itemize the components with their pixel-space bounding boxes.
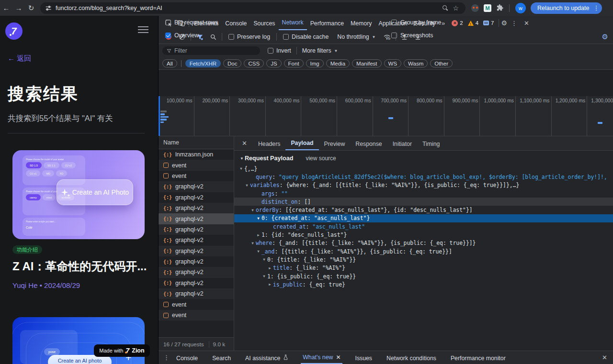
detail-tab-timing[interactable]: Timing	[417, 136, 445, 150]
big-request-rows-checkbox[interactable]: Big request rows	[165, 19, 218, 26]
back-link[interactable]: ← 返回	[8, 54, 31, 63]
payload-tree-line[interactable]: ▶1: {id: "desc_nulls_last"}	[234, 231, 613, 239]
filter-input[interactable]: Filter	[162, 46, 260, 55]
extensions-puzzle-icon[interactable]	[496, 4, 503, 11]
pose-chip[interactable]: pose	[44, 348, 60, 355]
site-settings-icon[interactable]	[45, 5, 52, 11]
payload-tree-line[interactable]: ▼{,…}	[234, 165, 613, 173]
close-tab-icon[interactable]: ✕	[336, 354, 341, 361]
request-row[interactable]: event	[159, 310, 234, 320]
zoom-icon[interactable]	[443, 5, 448, 11]
zion-logo[interactable]: 7	[5, 22, 23, 40]
detail-tab-preview[interactable]: Preview	[319, 136, 351, 150]
create-ai-photo-button[interactable]: Create an AI Photo	[57, 179, 133, 205]
payload-tree-line[interactable]: ▼variables: {where: {_and: [{title: {_li…	[234, 181, 613, 189]
request-row[interactable]: {:}graphql-v2	[159, 278, 234, 288]
type-chip-img[interactable]: Img	[306, 59, 324, 67]
relaunch-to-update-button[interactable]: Relaunch to update ⋮	[531, 2, 602, 14]
request-row[interactable]: event	[159, 299, 234, 309]
payload-tree-line[interactable]: args: ""	[234, 189, 613, 198]
drawer-tab-performance-monitor[interactable]: Performance monitor	[449, 351, 508, 364]
avatar-model-chip-sd-2-1[interactable]: SD 2.1	[44, 162, 59, 168]
request-row[interactable]: {:}graphql-v2	[159, 181, 234, 192]
request-row[interactable]: {:}graphql-v2	[159, 267, 234, 277]
screenshots-checkbox[interactable]: Screenshots	[391, 32, 433, 39]
type-chip-media[interactable]: Media	[326, 59, 350, 67]
request-row[interactable]: {:}lnmzasnn.json	[159, 149, 234, 160]
detail-tab-payload[interactable]: Payload	[285, 136, 318, 150]
request-row[interactable]: {:}graphql-v2	[159, 288, 234, 299]
extension-robot-icon[interactable]	[471, 4, 479, 12]
browser-menu-icon[interactable]: ⋮	[593, 4, 599, 11]
type-chip-fetch-xhr[interactable]: Fetch/XHR	[185, 59, 221, 67]
view-source-link[interactable]: view source	[306, 155, 336, 162]
type-chip-ws[interactable]: WS	[384, 59, 402, 67]
request-row[interactable]: event	[159, 171, 234, 181]
request-row[interactable]: {:}graphql-v2	[159, 213, 234, 224]
timeline-selection-handle[interactable]	[159, 96, 160, 136]
profile-avatar[interactable]: w	[515, 3, 526, 13]
disclosure-triangle-icon[interactable]: ▶	[255, 233, 261, 237]
drawer-tab-issues[interactable]: Issues	[353, 351, 374, 364]
payload-tree-line[interactable]: created_at: "asc_nulls_last"	[234, 222, 613, 231]
payload-tree-line[interactable]: ▼1: {is_public: {_eq: true}}	[234, 272, 613, 280]
type-chip-font[interactable]: Font	[284, 59, 304, 67]
bookmark-star-icon[interactable]: ☆	[453, 5, 459, 11]
disclosure-triangle-icon[interactable]: ▼	[261, 257, 267, 262]
hamburger-menu-icon[interactable]	[138, 26, 148, 33]
drawer-menu-icon[interactable]: ⋮	[159, 354, 174, 361]
request-row[interactable]: event	[159, 160, 234, 170]
payload-tree-line[interactable]: ▶is_public: {_eq: true}	[234, 280, 613, 288]
drawer-tab-console[interactable]: Console	[174, 351, 200, 364]
type-chip-wasm[interactable]: Wasm	[404, 59, 428, 67]
extension-m-icon[interactable]: M	[484, 4, 491, 12]
avatar-model-chip-oj-v2[interactable]: OJ v2	[61, 162, 76, 168]
payload-tree-line[interactable]: ▼orderBy: [{created_at: "asc_nulls_last"…	[234, 206, 613, 214]
drawer-close-icon[interactable]: ✕	[596, 354, 613, 361]
request-row[interactable]: {:}graphql-v2	[159, 246, 234, 256]
control-model-chip-canny[interactable]: canny	[26, 194, 41, 200]
type-chip-css[interactable]: CSS	[244, 59, 264, 67]
group-by-frame-checkbox[interactable]: Group by frame	[391, 19, 441, 26]
drawer-tab-what-s-new[interactable]: What's new✕	[301, 351, 342, 364]
request-payload-section[interactable]: ▼ Request Payload	[240, 155, 293, 162]
avatar-model-chip-oj-v1[interactable]: OJ v1	[26, 170, 40, 176]
payload-tree-line[interactable]: ▼_and: [{title: {_like: "%AI%"}}, {is_pu…	[234, 247, 613, 255]
overview-checkbox[interactable]: Overview	[165, 32, 199, 39]
drawer-tab-ai-assistance[interactable]: AI assistance	[243, 351, 290, 364]
article-promo-card[interactable]: pose Create an AI photo +	[12, 317, 145, 364]
payload-tree-line[interactable]: ▼0: {title: {_like: "%AI%"}}	[234, 255, 613, 264]
article-title[interactable]: Z AI：革命性的无代码开...	[12, 259, 147, 274]
avatar-model-chip-fd[interactable]: FD	[56, 170, 67, 176]
payload-tree-line[interactable]: ▼where: {_and: [{title: {_like: "%AI%"}}…	[234, 239, 613, 247]
type-chip-doc[interactable]: Doc	[223, 59, 241, 67]
name-column-header[interactable]: Name	[159, 136, 234, 149]
disclosure-triangle-icon[interactable]: ▼	[255, 216, 261, 221]
disclosure-triangle-icon[interactable]: ▼	[238, 166, 244, 171]
request-row[interactable]: {:}graphql-v2	[159, 203, 234, 213]
network-overview-timeline[interactable]: 100,000 ms200,000 ms300,000 ms400,000 ms…	[159, 96, 613, 136]
request-row[interactable]: {:}graphql-v2	[159, 224, 234, 235]
request-row[interactable]: {:}graphql-v2	[159, 235, 234, 245]
disclosure-triangle-icon[interactable]: ▼	[244, 183, 250, 188]
address-bar[interactable]: functorz.com/blog_search?key_word=AI ☆	[40, 2, 465, 14]
type-chip-manifest[interactable]: Manifest	[352, 59, 381, 67]
disclosure-triangle-icon[interactable]: ▶	[267, 282, 273, 287]
payload-tree-line[interactable]: distinct_on: []	[234, 198, 613, 206]
disclosure-triangle-icon[interactable]: ▼	[250, 241, 256, 245]
avatar-model-chip-sd-1-5[interactable]: SD 1.5	[26, 162, 42, 168]
article-hero-image[interactable]: Please choose the model of your avatar S…	[12, 150, 145, 239]
back-icon[interactable]: ←	[0, 4, 12, 12]
more-filters-dropdown[interactable]: More filters ▼	[298, 47, 342, 54]
forward-icon[interactable]: →	[12, 4, 25, 12]
disclosure-triangle-icon[interactable]: ▶	[267, 266, 273, 270]
detail-tab-initiator[interactable]: Initiator	[387, 136, 417, 150]
request-row[interactable]: {:}graphql-v2	[159, 256, 234, 267]
request-row[interactable]: {:}graphql-v2	[159, 192, 234, 203]
type-chip-js[interactable]: JS	[266, 59, 281, 67]
type-chip-all[interactable]: All	[162, 59, 177, 67]
disclosure-triangle-icon[interactable]: ▼	[250, 208, 256, 212]
disclosure-triangle-icon[interactable]: ▼	[255, 249, 261, 254]
invert-checkbox[interactable]: Invert	[264, 47, 295, 54]
close-details-icon[interactable]: ✕	[234, 140, 253, 147]
